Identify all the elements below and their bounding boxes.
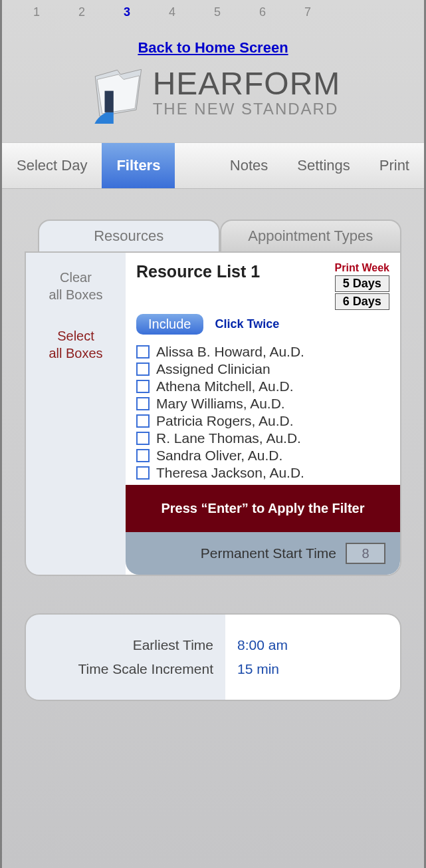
time-settings-panel: Earliest Time Time Scale Increment 8:00 … bbox=[25, 613, 401, 701]
resource-checkbox[interactable] bbox=[136, 362, 150, 376]
svg-rect-2 bbox=[104, 91, 113, 112]
print-week-label: Print Week bbox=[335, 262, 389, 274]
apply-filter-banner: Press “Enter” to Apply the Filter bbox=[126, 485, 400, 532]
click-twice-label: Click Twice bbox=[215, 317, 280, 331]
resource-item: Theresa Jackson, Au.D. bbox=[136, 465, 389, 481]
resource-list-title: Resource List 1 bbox=[136, 262, 335, 281]
resource-checkbox[interactable] bbox=[136, 345, 150, 359]
resource-name: Mary Williams, Au.D. bbox=[156, 396, 285, 412]
resource-item: Athena Mitchell, Au.D. bbox=[136, 378, 389, 394]
brand-logo-area: HEARFORM THE NEW STANDARD bbox=[2, 61, 424, 124]
resource-item: R. Lane Thomas, Au.D. bbox=[136, 430, 389, 446]
page-number-2[interactable]: 2 bbox=[75, 5, 88, 19]
print-week-5days-button[interactable]: 5 Days bbox=[335, 275, 389, 292]
resource-checkbox[interactable] bbox=[136, 432, 150, 445]
resource-item: Sandra Oliver, Au.D. bbox=[136, 448, 389, 464]
permanent-start-time-label: Permanent Start Time bbox=[201, 545, 336, 561]
tab-settings[interactable]: Settings bbox=[282, 143, 365, 188]
tab-select-day[interactable]: Select Day bbox=[2, 143, 102, 188]
clear-all-boxes-button[interactable]: Clear all Boxes bbox=[31, 269, 120, 303]
permanent-start-time-input[interactable]: 8 bbox=[346, 543, 385, 564]
resource-item: Mary Williams, Au.D. bbox=[136, 396, 389, 412]
brand-name: HEARFORM bbox=[153, 68, 341, 100]
earliest-time-value[interactable]: 8:00 am bbox=[237, 637, 388, 653]
resource-checkbox[interactable] bbox=[136, 380, 150, 393]
earliest-time-label: Earliest Time bbox=[38, 637, 213, 653]
resource-list: Alissa B. Howard, Au.D.Assigned Clinicia… bbox=[126, 341, 400, 485]
back-to-home-link[interactable]: Back to Home Screen bbox=[138, 39, 288, 56]
resource-checkbox[interactable] bbox=[136, 414, 150, 428]
sub-tab-row: ResourcesAppointment Types bbox=[38, 219, 401, 251]
resource-name: Theresa Jackson, Au.D. bbox=[156, 465, 304, 481]
page-number-4[interactable]: 4 bbox=[165, 5, 179, 19]
tab-notes[interactable]: Notes bbox=[215, 143, 282, 188]
resource-name: Alissa B. Howard, Au.D. bbox=[156, 344, 304, 360]
resource-item: Alissa B. Howard, Au.D. bbox=[136, 344, 389, 360]
page-number-7[interactable]: 7 bbox=[301, 5, 314, 19]
resource-name: Athena Mitchell, Au.D. bbox=[156, 378, 294, 394]
resource-item: Assigned Clinician bbox=[136, 361, 389, 377]
time-scale-increment-label: Time Scale Increment bbox=[38, 661, 213, 677]
resource-name: Assigned Clinician bbox=[156, 361, 270, 377]
side-column: Clear all Boxes Select all Boxes bbox=[26, 253, 126, 575]
resource-item: Patricia Rogers, Au.D. bbox=[136, 413, 389, 429]
permanent-start-time-row: Permanent Start Time 8 bbox=[126, 532, 400, 575]
select-all-boxes-button[interactable]: Select all Boxes bbox=[31, 327, 120, 362]
resource-checkbox[interactable] bbox=[136, 466, 150, 480]
resource-name: Sandra Oliver, Au.D. bbox=[156, 448, 282, 464]
include-button[interactable]: Include bbox=[136, 314, 203, 335]
brand-tagline: THE NEW STANDARD bbox=[153, 101, 341, 117]
page-number-6[interactable]: 6 bbox=[256, 5, 269, 19]
folder-icon bbox=[86, 61, 149, 124]
resource-name: R. Lane Thomas, Au.D. bbox=[156, 430, 301, 446]
print-week-6days-button[interactable]: 6 Days bbox=[335, 293, 389, 310]
page-number-1[interactable]: 1 bbox=[30, 5, 43, 19]
tab-filters[interactable]: Filters bbox=[102, 143, 175, 188]
time-scale-increment-value[interactable]: 15 min bbox=[237, 661, 388, 677]
subtab-resources[interactable]: Resources bbox=[38, 219, 220, 251]
resource-checkbox[interactable] bbox=[136, 397, 150, 410]
resource-checkbox[interactable] bbox=[136, 449, 150, 462]
page-number-3[interactable]: 3 bbox=[120, 5, 134, 19]
page-number-bar: 1234567 bbox=[2, 0, 424, 19]
page-number-5[interactable]: 5 bbox=[211, 5, 224, 19]
tab-print[interactable]: Print bbox=[365, 143, 424, 188]
main-tab-bar: Select DayFiltersNotesSettingsPrint bbox=[2, 142, 424, 189]
svg-marker-1 bbox=[97, 74, 140, 114]
subtab-appointment-types[interactable]: Appointment Types bbox=[220, 219, 402, 251]
resource-name: Patricia Rogers, Au.D. bbox=[156, 413, 294, 429]
